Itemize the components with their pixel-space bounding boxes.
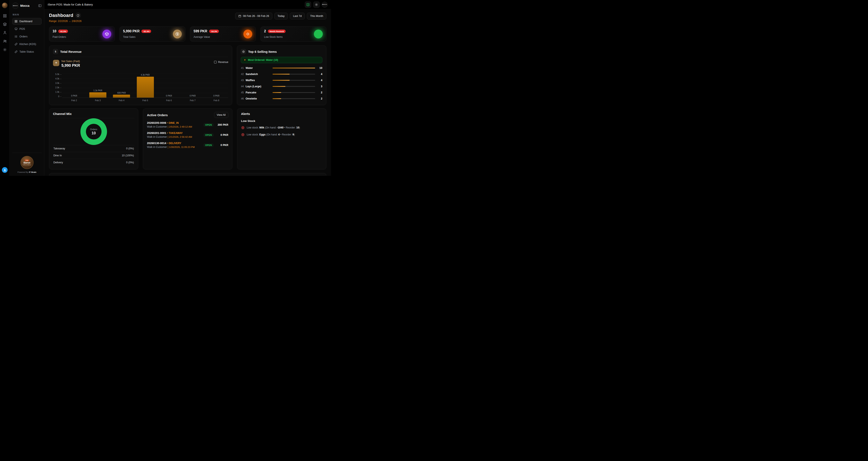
sidebar-item-label: Dashboard [20, 20, 32, 23]
top-item-row: #3Waffles 4 [241, 77, 322, 83]
channel-row-dine-in: Dine In10 (100%) [53, 152, 134, 159]
donut-center-value: 10 [90, 131, 97, 136]
order-status-badge: OPEN [204, 123, 213, 126]
kpi-label: Total Sales [123, 35, 182, 38]
stock-circle-icon [314, 30, 323, 38]
order-amount: 0 PKR [216, 134, 228, 137]
pos-badge: POS [25, 160, 29, 161]
order-status-badge: OPEN [204, 143, 213, 147]
kpi-row: 10 -61.5% Paid Orders 5,990 PKR -82.4% T… [49, 26, 327, 41]
kpi-restock-badge: Needs Restock [268, 30, 286, 33]
low-stock-alert: Low stock: Milk (On hand: -1040 • Reorde… [241, 126, 322, 129]
range-buttons: 08 Feb 26 - 08 Feb 26 Today Last 7d This… [235, 13, 327, 20]
sidebar-item-table-status[interactable]: Table Status [12, 48, 41, 55]
gear-icon[interactable] [3, 48, 7, 52]
top-item-bar [273, 98, 315, 99]
today-button[interactable]: Today [274, 13, 288, 20]
revenue-legend-toggle[interactable]: Revenue [214, 61, 228, 64]
net-sales-label: Net Sales (Paid) [61, 60, 80, 63]
kpi-label: Average Value [193, 35, 252, 38]
sidebar-item-orders[interactable]: Orders [12, 33, 41, 40]
alerts-card: Alerts Low Stock Low stock: Milk (On han… [237, 108, 327, 169]
analytics-chart-button[interactable] [305, 1, 311, 8]
user-avatar[interactable] [2, 3, 8, 8]
sidebar-item-label: Table Status [20, 50, 34, 53]
order-status-badge: OPEN [204, 133, 213, 137]
kpi-card-paid-orders: 10 -61.5% Paid Orders [49, 26, 115, 41]
top-items-list: #1Water 10 #2Sandwich 4 #3Waffles [241, 65, 322, 102]
sidebar-item-dashboard[interactable]: Dashboard [12, 18, 41, 25]
sidebar-item-kitchen[interactable]: Kitchen (KDS) [12, 41, 41, 48]
users-icon[interactable] [3, 39, 7, 43]
channel-mix-title: Channel Mix [53, 112, 134, 118]
brand-logo: MOCCA [12, 3, 19, 9]
revenue-bar-column: 0 PKR [62, 73, 86, 97]
brand-name: Mocca [20, 4, 36, 7]
bar-chart-icon [306, 3, 310, 6]
top-item-row: #1Water 10 [241, 65, 322, 71]
sidebar-collapse-icon[interactable] [38, 4, 41, 7]
revenue-legend-label: Revenue [218, 61, 228, 64]
top-items-title: Top 6 Selling Items [248, 50, 277, 54]
dashboard-grid-icon[interactable] [3, 14, 7, 18]
kpi-value: 10 [53, 29, 56, 33]
icon-rail [0, 0, 10, 176]
main-column: iServe POS: Made for Cafe & Bakery MOCCA… [44, 0, 331, 176]
order-row[interactable]: 20260130-0014 • DELIVERY Walk in Custome… [147, 142, 228, 148]
topbar: iServe POS: Made for Cafe & Bakery MOCCA [44, 0, 331, 9]
sidebar-section-label: MAIN [13, 13, 41, 16]
revenue-card-title: Total Revenue [60, 50, 82, 54]
layers-icon[interactable] [3, 22, 7, 26]
app-root: MOCCA Mocca MAIN Dashboard POS Orders Ki [0, 0, 331, 176]
order-row[interactable]: 20260201-0001 • TAKEAWAY Walk in Custome… [147, 132, 228, 138]
top-item-bar [273, 67, 315, 68]
page-head: Dashboard Range: 2/2/2026 → 2/8/2026 08 … [49, 13, 327, 23]
dashboard-content: Dashboard Range: 2/2/2026 → 2/8/2026 08 … [44, 9, 331, 176]
low-stock-heading: Low Stock [241, 119, 322, 122]
last7d-button[interactable]: Last 7d [290, 13, 305, 20]
account-icon[interactable] [2, 167, 8, 173]
channel-mix-card: Channel Mix Orders 10 Takeaway0 (0%) [49, 108, 138, 169]
revenue-checkbox[interactable] [214, 61, 217, 63]
revenue-chart: 5.0k 4.0k 3.0k 2.0k 1.0k 0 [53, 73, 228, 102]
total-revenue-card: $ Total Revenue Net Sales (Paid) 5,990 P… [49, 46, 232, 105]
date-range-picker-button[interactable]: 08 Feb 26 - 08 Feb 26 [235, 13, 272, 20]
table-link-icon [14, 50, 18, 53]
channel-row-takeaway: Takeaway0 (0%) [53, 145, 134, 152]
page-title: Dashboard [49, 13, 73, 18]
kpi-label: Paid Orders [53, 35, 111, 38]
x-axis: Feb 2 Feb 3 Feb 4 Feb 5 Feb 6 Feb 7 Feb … [62, 99, 228, 102]
channel-mix-rows: Takeaway0 (0%) Dine In10 (100%) Delivery… [53, 145, 134, 166]
revenue-bar-column: 4.3k PKR [133, 73, 157, 97]
mid-row: $ Total Revenue Net Sales (Paid) 5,990 P… [49, 46, 327, 105]
sidebar-nav: Dashboard POS Orders Kitchen (KDS) Table… [12, 18, 41, 56]
kpi-card-average-value: 599 PKR -54.3% Average Value [190, 26, 256, 41]
kpi-trend-badge: -82.4% [142, 30, 151, 33]
order-row[interactable]: 20260205-0006 • DINE_IN Walk in Customer… [147, 121, 228, 128]
top-item-row: #4Lays (Large) 3 [241, 83, 322, 89]
revenue-bar [137, 77, 154, 97]
sidebar: MOCCA Mocca MAIN Dashboard POS Orders Ki [10, 0, 44, 176]
kpi-value: 599 PKR [193, 29, 207, 33]
view-all-button[interactable]: View All [214, 112, 228, 118]
sidebar-item-pos[interactable]: POS [12, 26, 41, 32]
iserve-logo: POS iServe Coffee & Bakery [21, 156, 34, 169]
alert-ring-icon [241, 126, 245, 129]
date-range-text: Range: 2/2/2026 → 2/8/2026 [49, 20, 82, 23]
kpi-card-low-stock: 2 Needs Restock Low Stock Items [260, 26, 327, 41]
person-icon[interactable] [3, 31, 7, 35]
revenue-plot: 0 PKR 1.1k PKR 600 PKR 4.3 [62, 73, 228, 97]
dollar-icon [173, 30, 182, 38]
revenue-dollar-icon: $ [53, 49, 58, 54]
sidebar-item-label: POS [20, 27, 25, 30]
revenue-bar-column: 600 PKR [110, 73, 133, 97]
top-item-row: #6Omelette 2 [241, 95, 322, 102]
sidebar-item-label: Kitchen (KDS) [20, 43, 36, 46]
channel-donut: Orders 10 [81, 118, 107, 145]
this-month-button[interactable]: This Month [307, 13, 327, 20]
refresh-button[interactable] [75, 13, 81, 18]
alerts-title: Alerts [241, 112, 250, 116]
kpi-label: Low Stock Items [264, 35, 323, 38]
theme-toggle-button[interactable] [313, 1, 319, 8]
sun-icon [315, 3, 318, 6]
